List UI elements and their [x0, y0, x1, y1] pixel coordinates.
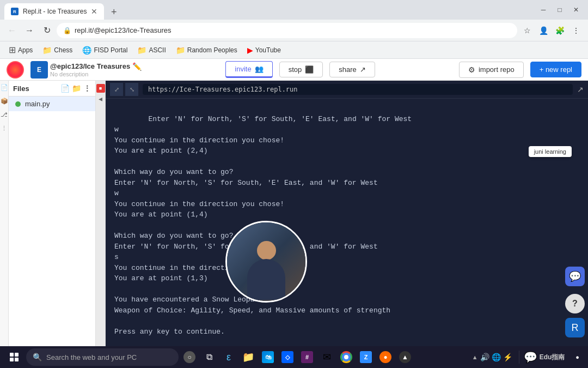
- taskbar-extra2[interactable]: ▲: [396, 348, 414, 366]
- apps-icon: ⊞: [9, 45, 16, 55]
- share-button[interactable]: share ↗: [329, 62, 375, 77]
- taskbar-file-explorer[interactable]: 📁: [240, 348, 257, 366]
- taskbar-extra1[interactable]: ●: [377, 348, 394, 366]
- edit-icon[interactable]: ✏️: [132, 62, 142, 71]
- active-tab[interactable]: R Repl.it - Ice Treasures ✕: [4, 3, 104, 20]
- terminal-header: ⤢ ⤡ ↗: [106, 81, 588, 99]
- taskbar-store[interactable]: 🛍: [259, 348, 277, 366]
- maximize-button[interactable]: □: [552, 3, 567, 16]
- wechat-icon[interactable]: 💬: [524, 351, 537, 364]
- tray-network-icon[interactable]: 🌐: [492, 353, 501, 361]
- folder-icon: 📁: [42, 46, 52, 55]
- tray-battery-icon[interactable]: ⚡: [503, 353, 512, 361]
- taskbar-slack[interactable]: #: [298, 348, 316, 366]
- github-icon: ⚙: [468, 65, 475, 74]
- fisd-icon: 🌐: [82, 46, 91, 55]
- collapse-icon[interactable]: ⤡: [125, 83, 138, 96]
- menu-button[interactable]: ⋮: [568, 23, 584, 38]
- bookmark-apps[interactable]: ⊞ Apps: [4, 43, 37, 57]
- file-panel-header: Files 📄 📁 ⋮: [9, 81, 95, 96]
- replit-description: No description: [50, 71, 142, 77]
- url-bar[interactable]: 🔒 repl.it/@epic123/Ice-Treasures: [57, 23, 517, 38]
- explorer-icon: 📁: [242, 351, 254, 363]
- file-item-main-py[interactable]: main.py: [9, 96, 95, 111]
- slack-icon: #: [301, 351, 313, 363]
- taskbar-pinned-icons: ○ ⧉ ε 📁 🛍 ◇ # ✉: [181, 348, 414, 366]
- extra1-icon: ●: [379, 351, 391, 363]
- replit-user-project: @epic123/Ice Treasures ✏️: [50, 62, 142, 71]
- files-label: Files: [13, 85, 29, 93]
- taskbar-dropbox[interactable]: ◇: [279, 348, 296, 366]
- store-icon: 🛍: [262, 351, 274, 363]
- expand-icon[interactable]: ⤢: [110, 83, 123, 96]
- open-in-tab-button[interactable]: ↗: [577, 85, 584, 94]
- sidebar-packages-icon[interactable]: 📦: [1, 98, 8, 105]
- refresh-button[interactable]: ↻: [39, 23, 54, 38]
- browser-frame: R Repl.it - Ice Treasures ✕ + ─ □ ✕ ← → …: [0, 0, 588, 368]
- tab-close-button[interactable]: ✕: [91, 7, 97, 16]
- import-repo-button[interactable]: ⚙ import repo: [459, 62, 524, 78]
- terminal-body[interactable]: Enter 'N' for North, 'S' for South, 'E' …: [106, 99, 588, 346]
- tab-favicon: R: [11, 8, 19, 15]
- bookmark-fisd-label: FISD Portal: [94, 46, 127, 54]
- window-controls: ─ □ ✕: [536, 3, 584, 20]
- bookmark-random-label: Random Peoples: [187, 46, 237, 54]
- replit-username-area: E @epic123/Ice Treasures ✏️ No descripti…: [30, 61, 142, 79]
- person-body: [247, 259, 285, 300]
- add-folder-icon[interactable]: 📁: [72, 84, 81, 93]
- stop-square-icon[interactable]: ■: [96, 84, 105, 93]
- profile-button[interactable]: 👤: [536, 23, 551, 38]
- minimize-button[interactable]: ─: [536, 3, 551, 16]
- terminal-url-input[interactable]: [143, 84, 573, 95]
- sidebar-git-icon[interactable]: ⎇: [1, 111, 8, 118]
- clock-time: ●: [575, 354, 579, 360]
- taskbar-search[interactable]: 🔍 Search the web and your PC: [26, 348, 179, 366]
- forward-button[interactable]: →: [22, 23, 37, 38]
- taskbar-edge[interactable]: ε: [220, 348, 237, 366]
- file-panel: Files 📄 📁 ⋮ main.py: [9, 81, 96, 346]
- invite-button[interactable]: invite 👥: [225, 61, 272, 78]
- taskbar-cortana[interactable]: ○: [181, 348, 198, 366]
- bookmark-fisd[interactable]: 🌐 FISD Portal: [78, 44, 132, 57]
- taskbar-task-view[interactable]: ⧉: [200, 348, 218, 366]
- file-panel-header-icons: 📄 📁 ⋮: [60, 84, 91, 93]
- wechat-label: Edu指南: [540, 353, 565, 362]
- sidebar-settings-icon[interactable]: ⋮: [1, 125, 7, 132]
- file-dot: [15, 101, 21, 107]
- person-head: [257, 241, 276, 260]
- bookmark-ascii[interactable]: 📁 ASCII: [133, 44, 170, 57]
- taskbar-chrome[interactable]: [338, 348, 355, 366]
- new-tab-button[interactable]: +: [106, 4, 121, 20]
- add-file-icon[interactable]: 📄: [60, 84, 70, 93]
- extensions-button[interactable]: 🧩: [552, 23, 567, 38]
- bookmark-button[interactable]: ☆: [519, 23, 535, 38]
- url-text: repl.it/@epic123/Ice-Treasures: [75, 26, 171, 34]
- edge-icon: ε: [226, 352, 231, 363]
- tray-expand-icon[interactable]: ▲: [472, 354, 478, 360]
- bookmark-random[interactable]: 📁 Random Peoples: [171, 44, 242, 57]
- new-repl-button[interactable]: + new repl: [530, 62, 581, 77]
- wechat-area: 💬 Edu指南: [519, 351, 569, 364]
- back-button[interactable]: ←: [4, 23, 20, 38]
- stop-button[interactable]: stop ⬛: [279, 62, 323, 77]
- start-button[interactable]: [4, 347, 24, 367]
- bookmark-youtube-label: YouTube: [255, 46, 281, 54]
- chrome-icon: [340, 351, 352, 363]
- help-button[interactable]: ?: [565, 294, 585, 313]
- bookmark-apps-label: Apps: [18, 46, 33, 54]
- dropbox-icon: ◇: [281, 351, 293, 363]
- system-clock[interactable]: ●: [571, 354, 584, 360]
- bookmarks-bar: ⊞ Apps 📁 Chess 🌐 FISD Portal 📁 ASCII 📁 R…: [0, 41, 588, 59]
- browser-actions: ☆ 👤 🧩 ⋮: [519, 23, 584, 38]
- taskbar-mail[interactable]: ✉: [318, 348, 335, 366]
- bookmark-chess[interactable]: 📁 Chess: [38, 44, 77, 57]
- replit-bottom-icon[interactable]: R: [565, 318, 585, 337]
- chat-button[interactable]: 💬: [565, 267, 585, 286]
- webcam-overlay: [225, 221, 307, 303]
- more-options-icon[interactable]: ⋮: [83, 84, 91, 93]
- taskbar-zoom[interactable]: Z: [357, 348, 375, 366]
- tray-sound-icon[interactable]: 🔊: [480, 353, 489, 361]
- close-button[interactable]: ✕: [568, 3, 584, 16]
- bookmark-youtube[interactable]: ▶ YouTube: [243, 44, 285, 57]
- sidebar-files-icon[interactable]: 📄: [1, 84, 8, 91]
